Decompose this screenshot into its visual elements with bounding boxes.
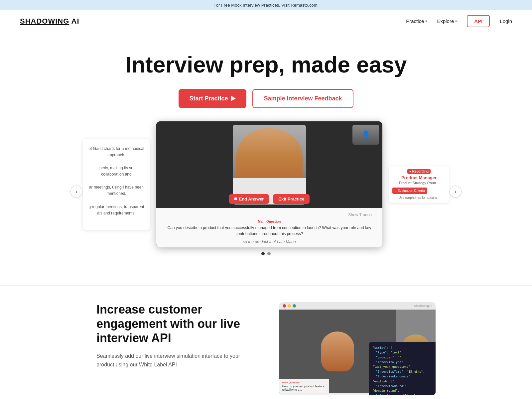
stop-icon <box>234 198 237 200</box>
api-button[interactable]: API <box>467 15 490 27</box>
nav-explore[interactable]: Explore ▾ <box>437 18 457 24</box>
carousel-dot-1[interactable] <box>261 252 265 255</box>
mockup-min-dot <box>288 304 291 308</box>
mockup-close-dot <box>283 304 286 308</box>
role-subtitle: Product Strategy Roun... <box>392 181 446 185</box>
small-avatar-inner: 👤 <box>352 125 379 145</box>
feature-heading: Increase customer engagement with our li… <box>96 302 253 345</box>
hero-headline: Interview prep, made easy <box>7 52 525 77</box>
small-avatar: 👤 <box>352 125 379 145</box>
mockup-main-avatar <box>321 332 354 371</box>
question-text: Can you describe a product that you succ… <box>163 225 376 237</box>
right-info-panel: ● Recording Product Manager Product Stra… <box>389 166 449 203</box>
earphone-note: Use earphones for accura... <box>392 196 446 200</box>
side-panel-text-4: g regular meetings, transparent als and … <box>88 204 144 216</box>
login-link[interactable]: Login <box>500 18 512 24</box>
mockup-top-bar: Shadowing AI <box>279 302 436 310</box>
hero-buttons: Start Practice Sample Interview Feedback <box>7 89 525 108</box>
nav-links: Practice ▾ Explore ▾ API Login <box>406 15 512 27</box>
play-icon <box>231 96 236 101</box>
hero-section: Interview prep, made easy Start Practice… <box>0 32 532 272</box>
side-panel-text-3: ar meetings, using I have been mentioned… <box>88 184 144 197</box>
navbar: SHADOWING AI Practice ▾ Explore ▾ API Lo… <box>0 10 532 32</box>
carousel-dots <box>83 252 449 255</box>
mockup-brand: Shadowing AI <box>414 304 432 308</box>
end-answer-button[interactable]: End Answer <box>229 194 269 204</box>
recording-badge: ● Recording <box>407 169 431 174</box>
interview-window: 👤 End Answer Exit Practice Show Transcr.… <box>156 121 382 247</box>
code-overlay: "script": { "type": "text", "provider": … <box>369 342 436 395</box>
exit-practice-button[interactable]: Exit Practice <box>273 194 310 204</box>
mockup-question-bar: Main Question How do you test product fe… <box>279 379 329 393</box>
feature-description: Seamlessly add our live interview simula… <box>96 352 253 369</box>
show-transcript-link[interactable]: Show Transcr... <box>163 212 376 217</box>
answer-preview: so the product that I am Mana <box>163 239 376 244</box>
carousel: ‹ of Gantt charts for a methodical appro… <box>76 121 456 262</box>
evaluation-criteria-button[interactable]: ↓ Evaluation Criteria <box>392 188 427 194</box>
carousel-right-arrow[interactable]: › <box>450 186 462 198</box>
explore-arrow-icon: ▾ <box>455 19 457 23</box>
carousel-dot-2[interactable] <box>267 252 271 255</box>
question-label: Main Question <box>163 220 376 223</box>
practice-arrow-icon: ▾ <box>425 19 427 23</box>
interview-video-area: 👤 End Answer Exit Practice <box>156 121 382 208</box>
interview-bottom: Show Transcr... Main Question Can you de… <box>156 208 382 247</box>
start-practice-button[interactable]: Start Practice <box>179 89 246 108</box>
sample-feedback-button[interactable]: Sample Interview Feedback <box>252 89 353 108</box>
side-panel-text-1: of Gantt charts for a methodical approac… <box>88 146 144 158</box>
feature-mockup: Shadowing AI ● Answer Exit Practice Main… <box>279 302 436 395</box>
feature-section: Increase customer engagement with our li… <box>76 302 456 399</box>
role-title: Product Manager <box>392 175 446 180</box>
banner-text: For Free Mock Interview Practices, Visit… <box>213 3 319 8</box>
interview-controls: End Answer Exit Practice <box>156 192 382 204</box>
mockup-question-text: How do you test product feature reliabil… <box>282 385 327 391</box>
feature-image: Shadowing AI ● Answer Exit Practice Main… <box>279 302 436 395</box>
section-divider <box>0 285 532 286</box>
carousel-inner: of Gantt charts for a methodical approac… <box>83 121 449 247</box>
mockup-max-dot <box>293 304 296 308</box>
nav-practice[interactable]: Practice ▾ <box>406 18 427 24</box>
logo[interactable]: SHADOWING AI <box>20 17 79 26</box>
side-panel: of Gantt charts for a methodical approac… <box>83 139 150 230</box>
feature-text: Increase customer engagement with our li… <box>96 302 253 369</box>
carousel-left-arrow[interactable]: ‹ <box>70 186 82 198</box>
top-banner: For Free Mock Interview Practices, Visit… <box>0 0 532 10</box>
mockup-question-label: Main Question <box>282 381 327 384</box>
side-panel-text-2: perly, making its ve collaboration and <box>88 165 144 178</box>
